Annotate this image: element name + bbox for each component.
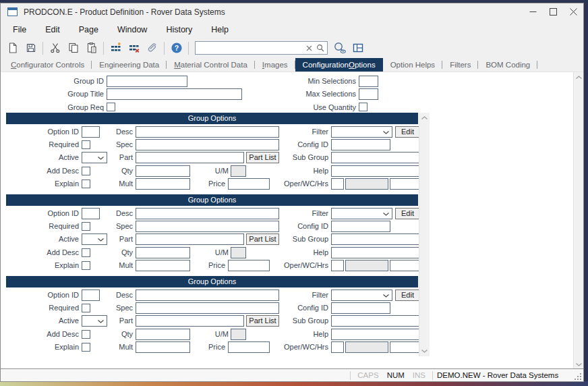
menu-history[interactable]: History [156, 21, 202, 38]
filter-dropdown[interactable] [331, 290, 392, 301]
close-button[interactable] [563, 3, 583, 21]
hrs-input[interactable] [390, 341, 420, 353]
spec-input[interactable] [136, 302, 279, 314]
part-input[interactable] [136, 152, 244, 163]
explain-checkbox[interactable] [82, 261, 90, 270]
required-checkbox[interactable] [82, 222, 90, 231]
filter-edit-button[interactable]: Edit [395, 126, 420, 138]
add-desc-checkbox[interactable] [82, 167, 90, 175]
tab-configurator-controls[interactable]: Configurator Controls [3, 58, 92, 72]
mult-input[interactable] [136, 260, 190, 271]
min-selections-input[interactable] [359, 76, 378, 87]
scroll-up-button[interactable] [574, 72, 583, 82]
tab-bom-coding[interactable]: BOM Coding [478, 58, 537, 72]
option-id-input[interactable] [82, 126, 100, 138]
scroll-down-button[interactable] [419, 346, 430, 356]
qty-input[interactable] [136, 165, 190, 177]
add-desc-checkbox[interactable] [82, 248, 90, 257]
required-checkbox[interactable] [82, 304, 90, 312]
qty-input[interactable] [136, 247, 190, 258]
resize-grip[interactable] [573, 372, 583, 381]
search-icon[interactable] [316, 44, 324, 52]
scroll-up-button[interactable] [419, 113, 430, 123]
add-desc-checkbox[interactable] [82, 330, 90, 339]
clear-search-icon[interactable] [305, 44, 313, 52]
part-input[interactable] [136, 233, 244, 245]
insert-row-button[interactable] [107, 40, 124, 56]
part-list-button[interactable]: Part List [246, 233, 279, 245]
qty-input[interactable] [136, 329, 190, 340]
paste-button[interactable] [83, 40, 100, 56]
maximize-button[interactable] [543, 3, 563, 21]
price-input[interactable] [228, 341, 270, 353]
tab-filters[interactable]: Filters [442, 58, 478, 72]
new-document-button[interactable] [4, 40, 21, 56]
price-input[interactable] [228, 178, 270, 190]
desc-input[interactable] [136, 208, 279, 219]
config-id-input[interactable] [331, 221, 390, 232]
oper-input[interactable] [331, 260, 344, 271]
oper-input[interactable] [331, 341, 344, 353]
minimize-button[interactable] [523, 3, 543, 21]
option-id-input[interactable] [82, 208, 100, 219]
part-list-button[interactable]: Part List [246, 315, 279, 327]
tab-material-control-data[interactable]: Material Control Data [167, 58, 255, 72]
menu-window[interactable]: Window [108, 21, 156, 38]
help-input[interactable] [331, 165, 420, 177]
active-dropdown[interactable] [82, 315, 107, 327]
tab-option-helps[interactable]: Option Helps [383, 58, 442, 72]
active-dropdown[interactable] [82, 233, 107, 245]
part-list-button[interactable]: Part List [246, 152, 279, 163]
price-input[interactable] [228, 260, 270, 271]
tab-engineering-data[interactable]: Engineering Data [92, 58, 167, 72]
sub-group-input[interactable] [331, 233, 420, 245]
options-scrollbar[interactable] [419, 113, 430, 356]
config-id-input[interactable] [331, 302, 390, 314]
filter-edit-button[interactable]: Edit [395, 290, 420, 301]
sub-group-input[interactable] [331, 315, 420, 327]
mult-input[interactable] [136, 178, 190, 190]
desc-input[interactable] [136, 126, 279, 138]
group-id-input[interactable] [107, 76, 187, 87]
menu-edit[interactable]: Edit [36, 21, 69, 38]
oper-input[interactable] [331, 178, 344, 190]
help-input[interactable] [331, 247, 420, 258]
layout-view-button[interactable] [349, 40, 366, 56]
active-dropdown[interactable] [82, 152, 107, 163]
option-id-input[interactable] [82, 290, 100, 301]
tab-configuration-options[interactable]: Configuration Options [295, 58, 383, 72]
required-checkbox[interactable] [82, 140, 90, 149]
attach-button[interactable] [144, 40, 160, 56]
scroll-down-button[interactable] [574, 360, 583, 368]
group-req-checkbox[interactable] [107, 103, 115, 111]
max-selections-input[interactable] [359, 88, 378, 100]
menu-help[interactable]: Help [202, 21, 238, 38]
menu-page[interactable]: Page [69, 21, 108, 38]
explain-checkbox[interactable] [82, 343, 90, 352]
find-preview-button[interactable] [331, 40, 348, 56]
spec-input[interactable] [136, 139, 279, 150]
cut-button[interactable] [47, 40, 63, 56]
spec-input[interactable] [136, 221, 279, 232]
required-label: Required [6, 139, 79, 150]
delete-row-button[interactable] [125, 40, 142, 56]
sub-group-input[interactable] [331, 152, 420, 163]
use-quantity-checkbox[interactable] [359, 103, 368, 111]
explain-checkbox[interactable] [82, 180, 90, 188]
copy-button[interactable] [65, 40, 82, 56]
mult-input[interactable] [136, 341, 190, 353]
menu-file[interactable]: File [3, 21, 36, 38]
help-input[interactable] [331, 329, 420, 340]
filter-edit-button[interactable]: Edit [395, 208, 420, 219]
page-scrollbar[interactable] [573, 72, 583, 368]
save-button[interactable] [22, 40, 39, 56]
filter-dropdown[interactable] [331, 208, 392, 219]
hrs-input[interactable] [390, 178, 420, 190]
desc-input[interactable] [136, 290, 279, 301]
config-id-input[interactable] [331, 139, 390, 150]
help-button[interactable]: ? [168, 40, 185, 56]
part-input[interactable] [136, 315, 244, 327]
hrs-input[interactable] [390, 260, 420, 271]
tab-images[interactable]: Images [255, 58, 295, 72]
filter-dropdown[interactable] [331, 126, 392, 138]
